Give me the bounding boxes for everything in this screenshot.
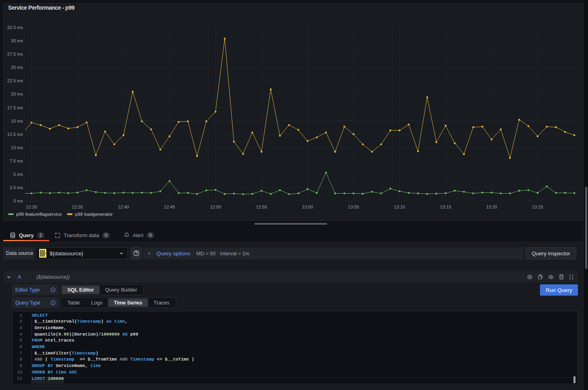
svg-text:5 ms: 5 ms [13,172,23,177]
svg-text:32.5 ms: 32.5 ms [7,25,23,30]
svg-text:12:55: 12:55 [256,204,267,209]
svg-text:12:40: 12:40 [118,204,129,209]
svg-text:13:10: 13:10 [394,204,405,209]
svg-text:0 ms: 0 ms [13,198,23,203]
svg-text:17.5 ms: 17.5 ms [7,105,23,110]
svg-text:13:15: 13:15 [440,204,451,209]
svg-text:22.5 ms: 22.5 ms [7,78,23,83]
svg-text:27.5 ms: 27.5 ms [7,52,23,56]
svg-text:2.5 ms: 2.5 ms [10,185,23,190]
svg-text:12:45: 12:45 [164,204,175,209]
svg-text:15 ms: 15 ms [11,119,23,123]
svg-text:25 ms: 25 ms [11,65,23,70]
svg-text:20 ms: 20 ms [11,92,23,96]
svg-text:13:20: 13:20 [486,204,497,209]
svg-text:30 ms: 30 ms [11,38,23,43]
svg-text:7.5 ms: 7.5 ms [10,159,23,163]
svg-text:13:05: 13:05 [348,204,359,209]
svg-text:13:25: 13:25 [532,204,543,209]
svg-text:13:00: 13:00 [302,204,313,209]
svg-text:10 ms: 10 ms [11,145,23,150]
svg-text:12:30: 12:30 [26,204,37,209]
svg-text:12.5 ms: 12.5 ms [7,132,23,137]
svg-text:12:35: 12:35 [72,204,83,209]
svg-text:12:50: 12:50 [210,204,221,209]
